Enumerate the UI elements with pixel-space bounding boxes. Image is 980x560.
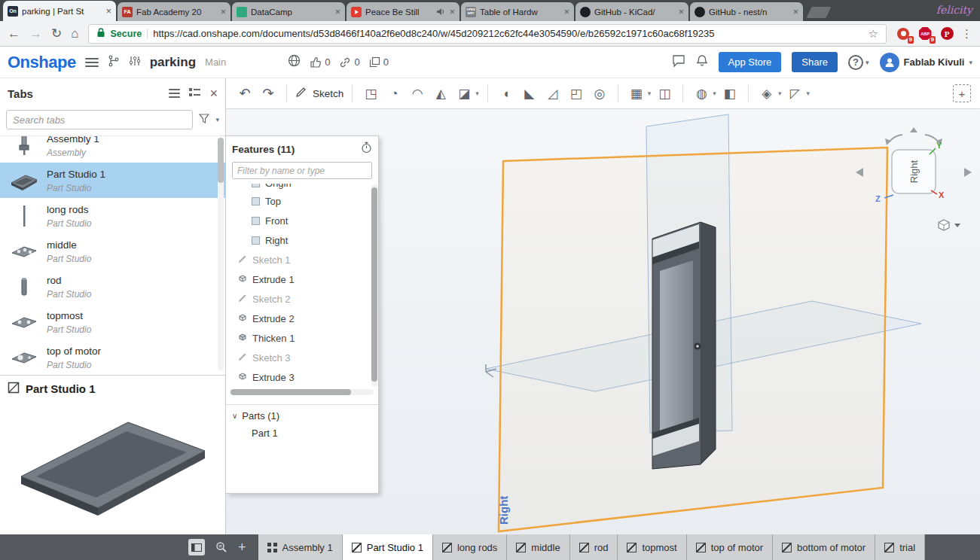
sweep-tool-icon[interactable]: ◠	[408, 83, 427, 104]
bottom-tab-topmost[interactable]: topmost	[618, 534, 686, 560]
help-menu[interactable]: ? ▾	[848, 55, 869, 70]
surface-tool-icon[interactable]: ◸	[785, 83, 804, 104]
like-count[interactable]: 0	[310, 56, 330, 68]
adblock-plus-icon[interactable]: ABP 9	[917, 26, 933, 41]
notifications-bell-icon[interactable]	[696, 54, 708, 70]
browser-tab-github-nest[interactable]: GitHub - nest/n ×	[690, 2, 803, 21]
browser-tab-github-kicad[interactable]: GitHub - KiCad/ ×	[575, 2, 688, 21]
filter-funnel-icon[interactable]	[199, 113, 209, 126]
versions-icon[interactable]	[108, 55, 120, 70]
feature-filter-input[interactable]	[232, 162, 372, 179]
linear-pattern-tool-icon[interactable]: ▦	[627, 83, 646, 104]
bottom-tab-long-rods[interactable]: long rods	[433, 534, 507, 560]
forward-icon[interactable]: →	[29, 27, 42, 40]
extrude-tool-icon[interactable]: ◳	[361, 83, 380, 104]
bottom-tab-rod[interactable]: rod	[570, 534, 618, 560]
rotate-right-arrow[interactable]	[964, 168, 972, 177]
boolean-tool-icon[interactable]: ◍	[691, 83, 711, 104]
feature-row-extrude-3[interactable]: Extrude 3	[226, 367, 378, 387]
chevron-down-icon[interactable]: ▾	[648, 90, 652, 97]
shell-tool-icon[interactable]: ◰	[566, 83, 586, 104]
hole-tool-icon[interactable]: ◎	[590, 83, 609, 104]
undo-icon[interactable]: ↶	[235, 83, 255, 104]
app-store-button[interactable]: App Store	[719, 52, 782, 72]
extension-session-icon[interactable]: 9	[896, 26, 911, 41]
parts-list-header[interactable]: ∨ Parts (1)	[232, 410, 372, 422]
close-tab-icon[interactable]: ×	[563, 7, 569, 17]
tab-item-assembly-1[interactable]: Assembly 1Assembly	[0, 136, 225, 163]
view-menu-button[interactable]	[939, 220, 960, 230]
sketch-button-label[interactable]: Sketch	[313, 88, 343, 99]
search-tabs-icon[interactable]	[215, 541, 227, 553]
feature-row-sketch-2[interactable]: Sketch 2	[226, 289, 378, 309]
share-button[interactable]: Share	[792, 52, 838, 72]
bottom-tab-top-of-motor[interactable]: top of motor	[687, 534, 773, 560]
chevron-down-icon[interactable]: ▾	[475, 90, 479, 97]
detail-view-icon[interactable]	[189, 87, 200, 100]
hamburger-menu-icon[interactable]	[85, 58, 99, 67]
close-panel-icon[interactable]: ×	[209, 87, 218, 100]
user-menu[interactable]: Fablab Kivuli ▾	[880, 53, 972, 72]
custom-feature-icon[interactable]: +	[953, 84, 971, 102]
part-1-solid[interactable]	[652, 222, 716, 469]
chevron-down-icon[interactable]: ▾	[215, 116, 219, 123]
chat-icon[interactable]	[672, 54, 685, 71]
workspace-name[interactable]: Main	[205, 56, 226, 68]
browser-tab-parking[interactable]: On parking | Part St ×	[3, 1, 116, 21]
add-tab-icon[interactable]: +	[238, 540, 246, 554]
mirror-tool-icon[interactable]: ◫	[655, 83, 674, 104]
url-field[interactable]: Secure https://cad.onshape.com/documents…	[88, 24, 887, 44]
close-tab-icon[interactable]: ×	[792, 7, 798, 17]
tab-item-middle[interactable]: middlePart Studio	[0, 233, 225, 269]
bottom-tab-assembly-1[interactable]: Assembly 1	[258, 534, 343, 560]
feature-row-sketch-3[interactable]: Sketch 3	[226, 348, 378, 367]
browser-tab-youtube[interactable]: Peace Be Still ×	[347, 2, 459, 21]
bookmark-star-icon[interactable]: ☆	[869, 27, 878, 41]
revolve-tool-icon[interactable]: ◔	[384, 83, 404, 104]
sidebar-scrollbar[interactable]	[218, 138, 224, 371]
feature-row-thicken-1[interactable]: Thicken 1	[226, 328, 378, 348]
feature-row-origin[interactable]: Origin	[226, 184, 378, 191]
features-horizontal-scrollbar[interactable]	[230, 389, 374, 395]
tab-item-rod[interactable]: rodPart Studio	[0, 269, 225, 304]
back-icon[interactable]: ←	[8, 27, 20, 40]
close-tab-icon[interactable]: ×	[678, 7, 684, 17]
bottom-tab-trial[interactable]: trial	[875, 534, 925, 560]
browser-tab-fab-academy[interactable]: FA Fab Academy 20 ×	[118, 2, 230, 21]
chevron-down-icon[interactable]: ▾	[713, 90, 716, 97]
feature-row-extrude-1[interactable]: Extrude 1	[226, 269, 378, 289]
sketch-pencil-icon[interactable]	[295, 87, 307, 101]
tab-item-part-studio-1[interactable]: Part Studio 1Part Studio	[0, 163, 225, 198]
pinterest-icon[interactable]: P	[939, 26, 954, 41]
feature-row-front-plane[interactable]: Front	[226, 211, 378, 230]
chamfer-tool-icon[interactable]: ◣	[520, 83, 539, 104]
chevron-down-icon[interactable]: ▾	[806, 90, 810, 97]
tab-item-top-of-motor[interactable]: top of motorPart Studio	[0, 339, 225, 375]
security-label[interactable]: Secure	[111, 29, 142, 39]
transform-tool-icon[interactable]: ◈	[757, 83, 777, 104]
bottom-tab-middle[interactable]: middle	[507, 534, 569, 560]
fillet-tool-icon[interactable]: ◖	[496, 83, 516, 104]
tab-audio-icon[interactable]	[436, 5, 445, 19]
url-text[interactable]: https://cad.onshape.com/documents/d53d84…	[153, 28, 862, 39]
feature-row-extrude-2[interactable]: Extrude 2	[226, 309, 378, 328]
draft-tool-icon[interactable]: ◿	[543, 83, 563, 104]
browser-tab-datacamp[interactable]: DataCamp ×	[232, 2, 345, 21]
tab-item-topmost[interactable]: topmostPart Studio	[0, 304, 225, 339]
close-tab-icon[interactable]: ×	[449, 7, 455, 17]
toggle-panel-button[interactable]	[188, 539, 205, 555]
part-list-item[interactable]: Part 1	[232, 422, 372, 439]
public-globe-icon[interactable]	[288, 54, 301, 70]
feature-row-top-plane[interactable]: Top	[226, 191, 378, 211]
browser-tab-openwrt[interactable]: OPEN WRT Table of Hardw ×	[461, 2, 574, 21]
chevron-down-icon[interactable]: ▾	[778, 90, 782, 97]
features-vertical-scrollbar[interactable]	[371, 184, 377, 386]
document-properties-icon[interactable]	[129, 55, 141, 70]
reload-icon[interactable]: ↻	[51, 27, 62, 40]
bottom-tab-bottom-of-motor[interactable]: bottom of motor	[773, 534, 875, 560]
onshape-logo[interactable]: Onshape	[8, 53, 76, 72]
tab-item-long-rods[interactable]: long rodsPart Studio	[0, 198, 225, 233]
link-count[interactable]: 0	[339, 56, 359, 68]
rollback-history-icon[interactable]	[361, 142, 372, 157]
feature-row-right-plane[interactable]: Right	[226, 230, 378, 250]
